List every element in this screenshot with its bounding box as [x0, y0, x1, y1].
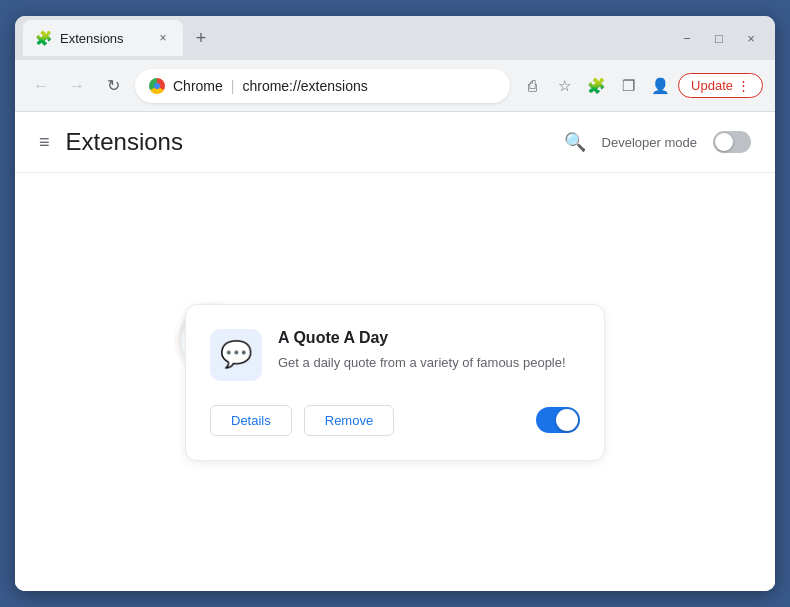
extension-description: Get a daily quote from a variety of famo…: [278, 353, 580, 373]
page-header: ≡ Extensions 🔍 Developer mode: [15, 112, 775, 173]
toggle-thumb: [715, 133, 733, 151]
profile-button[interactable]: 👤: [646, 72, 674, 100]
update-button[interactable]: Update ⋮: [678, 73, 763, 98]
developer-mode-toggle[interactable]: [713, 131, 751, 153]
remove-button[interactable]: Remove: [304, 405, 394, 436]
page-title: Extensions: [66, 128, 183, 156]
tab-close-button[interactable]: ×: [155, 30, 171, 46]
sidebar-button[interactable]: ❐: [614, 72, 642, 100]
main-area: 🔍 risk.com 💬 A Quote A Day Get a daily q…: [15, 173, 775, 591]
tab-icon: 🧩: [35, 30, 52, 46]
chrome-label: Chrome: [173, 78, 223, 94]
extension-card: 💬 A Quote A Day Get a daily quote from a…: [185, 304, 605, 461]
extension-icon: 💬: [210, 329, 262, 381]
tab-title: Extensions: [60, 31, 124, 46]
extension-info: A Quote A Day Get a daily quote from a v…: [278, 329, 580, 373]
window-controls: − □ ×: [679, 31, 767, 46]
bookmark-button[interactable]: ☆: [550, 72, 578, 100]
close-button[interactable]: ×: [743, 31, 759, 46]
browser-tab[interactable]: 🧩 Extensions ×: [23, 20, 183, 56]
minimize-button[interactable]: −: [679, 31, 695, 46]
forward-button[interactable]: →: [63, 72, 91, 100]
new-tab-button[interactable]: +: [187, 24, 215, 52]
extension-enable-toggle[interactable]: [536, 407, 580, 433]
card-bottom: Details Remove: [210, 405, 580, 436]
browser-window: 🧩 Extensions × + − □ × ← → ↻ Chrome | ch…: [15, 16, 775, 591]
header-right: 🔍 Developer mode: [564, 131, 751, 153]
address-divider: |: [231, 78, 235, 94]
address-bar[interactable]: Chrome | chrome://extensions: [135, 69, 510, 103]
update-label: Update: [691, 78, 733, 93]
developer-mode-label: Developer mode: [602, 135, 697, 150]
back-button[interactable]: ←: [27, 72, 55, 100]
chrome-logo-icon: [149, 78, 165, 94]
browser-toolbar: ← → ↻ Chrome | chrome://extensions ⎙ ☆ 🧩…: [15, 60, 775, 112]
extension-name: A Quote A Day: [278, 329, 580, 347]
maximize-button[interactable]: □: [711, 31, 727, 46]
title-bar: 🧩 Extensions × + − □ ×: [15, 16, 775, 60]
extension-toggle-thumb: [556, 409, 578, 431]
toolbar-icons: ⎙ ☆ 🧩 ❐ 👤 Update ⋮: [518, 72, 763, 100]
reload-button[interactable]: ↻: [99, 72, 127, 100]
page-content: ≡ Extensions 🔍 Developer mode 🔍 risk.com…: [15, 112, 775, 591]
update-menu-icon: ⋮: [737, 78, 750, 93]
menu-button[interactable]: ≡: [39, 132, 50, 153]
card-top: 💬 A Quote A Day Get a daily quote from a…: [210, 329, 580, 381]
extension-icon-glyph: 💬: [220, 339, 252, 370]
address-url: chrome://extensions: [242, 78, 367, 94]
details-button[interactable]: Details: [210, 405, 292, 436]
search-button[interactable]: 🔍: [564, 131, 586, 153]
extensions-button[interactable]: 🧩: [582, 72, 610, 100]
share-button[interactable]: ⎙: [518, 72, 546, 100]
